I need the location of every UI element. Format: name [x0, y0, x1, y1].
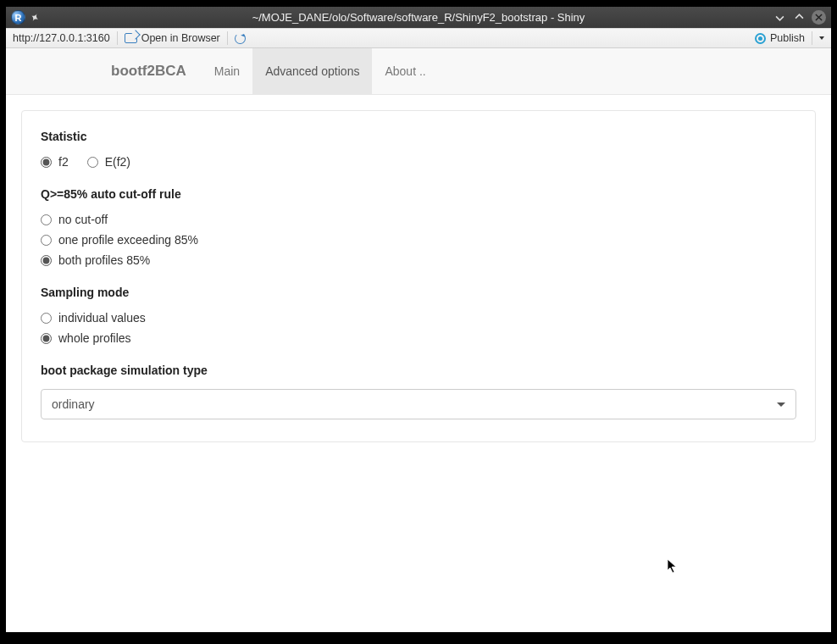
statistic-label: Statistic	[41, 130, 796, 143]
window-title: ~/MOJE_DANE/olo/Software/software_R/Shin…	[6, 11, 831, 24]
toolbar-divider	[812, 31, 812, 45]
navbar: bootf2BCA Main Advanced options About ..	[6, 48, 831, 95]
radio-one-profile-input[interactable]	[41, 235, 52, 246]
radio-f2-label: f2	[58, 155, 69, 169]
sim-type-selected-value: ordinary	[52, 397, 95, 411]
options-panel: Statistic f2 E(f2) Q>=85% auto cut-off r…	[21, 110, 816, 442]
url-display: http://127.0.0.1:3160	[13, 32, 110, 44]
publish-icon	[755, 33, 766, 44]
close-button[interactable]	[812, 10, 826, 25]
tab-about[interactable]: About ..	[372, 48, 438, 94]
titlebar: R ✦ ~/MOJE_DANE/olo/Software/software_R/…	[6, 7, 831, 28]
browser-icon	[125, 33, 137, 43]
rstudio-app-icon: R	[11, 10, 25, 25]
radio-no-cutoff-label: no cut-off	[58, 213, 108, 226]
refresh-icon[interactable]	[235, 33, 246, 44]
radio-one-profile-label: one profile exceeding 85%	[58, 233, 198, 247]
open-in-browser-label: Open in Browser	[141, 32, 220, 44]
radio-both-profiles-input[interactable]	[41, 255, 52, 266]
cutoff-label: Q>=85% auto cut-off rule	[41, 187, 796, 201]
sampling-label: Sampling mode	[41, 286, 796, 299]
sim-type-label: boot package simulation type	[41, 364, 796, 377]
radio-individual-values-label: individual values	[58, 311, 146, 325]
radio-both-profiles-label: both profiles 85%	[58, 253, 150, 267]
radio-f2[interactable]: f2	[41, 155, 69, 169]
tab-advanced-options[interactable]: Advanced options	[252, 48, 372, 94]
radio-both-profiles[interactable]: both profiles 85%	[41, 253, 796, 267]
radio-whole-profiles[interactable]: whole profiles	[41, 331, 796, 345]
radio-whole-profiles-label: whole profiles	[58, 331, 131, 345]
toolbar-divider	[227, 31, 228, 45]
content-area: Statistic f2 E(f2) Q>=85% auto cut-off r…	[6, 95, 831, 632]
publish-label: Publish	[770, 32, 805, 44]
radio-f2-input[interactable]	[41, 157, 52, 168]
minimize-button[interactable]	[773, 10, 787, 25]
radio-individual-values[interactable]: individual values	[41, 311, 796, 325]
publish-button[interactable]: Publish	[755, 32, 805, 44]
pin-icon[interactable]: ✦	[28, 9, 42, 25]
radio-one-profile[interactable]: one profile exceeding 85%	[41, 233, 796, 247]
toolbar-divider	[117, 31, 118, 45]
radio-no-cutoff[interactable]: no cut-off	[41, 213, 796, 226]
radio-ef2-label: E(f2)	[105, 155, 130, 169]
app-toolbar: http://127.0.0.1:3160 Open in Browser Pu…	[6, 28, 831, 48]
chevron-down-icon	[777, 402, 785, 407]
publish-dropdown-caret[interactable]	[819, 36, 824, 40]
radio-individual-values-input[interactable]	[41, 313, 52, 324]
radio-whole-profiles-input[interactable]	[41, 333, 52, 344]
radio-ef2-input[interactable]	[87, 157, 98, 168]
sim-type-select[interactable]: ordinary	[41, 389, 796, 419]
radio-no-cutoff-input[interactable]	[41, 214, 52, 225]
tab-main[interactable]: Main	[202, 48, 252, 94]
radio-ef2[interactable]: E(f2)	[87, 155, 130, 169]
navbar-brand: bootf2BCA	[111, 48, 202, 94]
maximize-button[interactable]	[792, 10, 807, 25]
open-in-browser-button[interactable]: Open in Browser	[125, 32, 220, 44]
